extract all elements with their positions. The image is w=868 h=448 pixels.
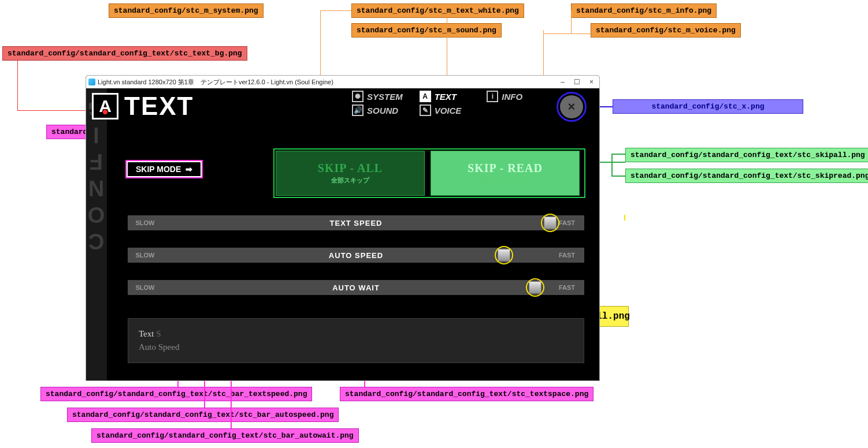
nav-voice-label: VOICE [435, 106, 462, 115]
callout-bar-autospeed: standard_config/standard_config_text/stc… [67, 408, 339, 422]
callout-system: standard_config/stc_m_system.png [109, 3, 264, 18]
close-button[interactable]: × [560, 95, 583, 118]
info-icon: i [487, 91, 498, 102]
slider-thumb[interactable] [544, 216, 557, 229]
autospeed-slider[interactable]: SLOW AUTO SPEED FAST [128, 248, 584, 263]
skip-read-button[interactable]: SKIP - READ 既読のみスキップ [431, 151, 580, 196]
slow-label: SLOW [128, 252, 162, 259]
fast-label: FAST [550, 252, 584, 259]
nav-sound-label: SOUND [367, 106, 398, 115]
skip-all-sub: 全部スキップ [331, 176, 369, 185]
slider-thumb[interactable] [498, 249, 510, 262]
textspeed-slider[interactable]: SLOW TEXT SPEED FAST [128, 215, 584, 230]
letter-a-icon: A [420, 91, 431, 102]
nav-sound[interactable]: 🔊 SOUND [352, 104, 414, 116]
text-page-icon: A [92, 93, 118, 120]
textspeed-label: TEXT SPEED [162, 219, 550, 227]
nav-text-label: TEXT [435, 92, 457, 102]
top-nav: ✺ SYSTEM A TEXT i INFO 🔊 SOUND ✎ VOICE [352, 91, 548, 116]
callout-skipall: standard_config/standard_config_text/stc… [625, 148, 868, 162]
app-icon [88, 79, 95, 85]
slow-label: SLOW [128, 284, 162, 291]
window-close-button[interactable]: × [589, 78, 593, 86]
skip-mode-label: SKIP MODE ➡ [127, 161, 202, 177]
callout-sound: standard_config/stc_m_sound.png [351, 23, 502, 38]
nav-voice[interactable]: ✎ VOICE [420, 104, 481, 116]
autospeed-label: AUTO SPEED [162, 251, 550, 260]
nav-info[interactable]: i INFO [487, 91, 548, 102]
fast-label: FAST [550, 284, 584, 291]
nav-system[interactable]: ✺ SYSTEM [352, 91, 414, 102]
window-minimize-button[interactable]: – [561, 78, 565, 86]
text-preview-area: Text S Auto Speed [128, 318, 584, 363]
slow-label: SLOW [128, 219, 162, 226]
preview-line-1: Text S [139, 329, 573, 339]
side-config-label: CONFIG [86, 88, 107, 380]
callout-bar-textspeed: standard_config/standard_config_text/stc… [40, 387, 312, 401]
speaker-icon: 🔊 [352, 104, 363, 116]
skip-all-title: SKIP - ALL [318, 162, 383, 175]
nav-text[interactable]: A TEXT [420, 91, 481, 102]
nav-info-label: INFO [502, 92, 522, 102]
callout-bar-autowait: standard_config/standard_config_text/stc… [91, 428, 359, 443]
page-title: TEXT [124, 92, 194, 121]
callout-skipread: standard_config/standard_config_text/stc… [625, 169, 868, 183]
autowait-label: AUTO WAIT [162, 283, 550, 292]
mic-icon: ✎ [420, 104, 431, 116]
autowait-slider[interactable]: SLOW AUTO WAIT FAST [128, 280, 584, 295]
skip-all-button[interactable]: SKIP - ALL 全部スキップ [276, 151, 425, 196]
arrow-right-icon: ➡ [186, 165, 192, 174]
preview-line-2: Auto Speed [139, 342, 573, 352]
app-window: Light.vn standard 1280x720 第1章 テンプレートver… [86, 75, 600, 381]
page-header: A TEXT [92, 92, 194, 121]
callout-voice: standard_config/stc_m_voice.png [591, 23, 741, 38]
skip-read-sub: 既読のみスキップ [480, 176, 531, 185]
slider-thumb[interactable] [529, 281, 541, 294]
window-maximize-button[interactable]: ☐ [574, 78, 580, 86]
window-title: Light.vn standard 1280x720 第1章 テンプレートver… [98, 78, 333, 87]
skip-read-title: SKIP - READ [468, 162, 543, 175]
callout-bg: standard_config/standard_config_text/stc… [2, 46, 247, 61]
callout-text: standard_config/stc_m_text_white.png [351, 3, 524, 18]
gear-icon: ✺ [352, 91, 363, 102]
titlebar: Light.vn standard 1280x720 第1章 テンプレートver… [86, 76, 599, 88]
callout-info: standard_config/stc_m_info.png [571, 3, 717, 18]
callout-textspace: standard_config/standard_config_text/stc… [340, 387, 593, 401]
callout-close: standard_config/stc_x.png [613, 99, 803, 114]
nav-system-label: SYSTEM [367, 92, 403, 102]
